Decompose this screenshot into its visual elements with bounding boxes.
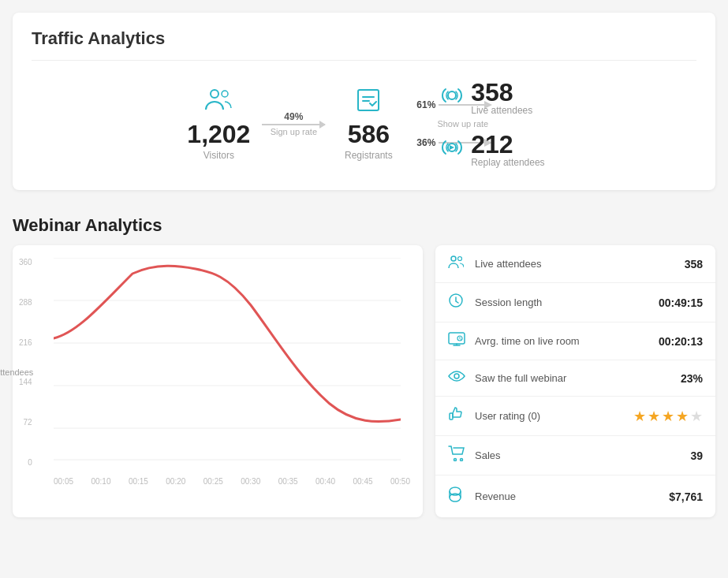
visitors-value: 1,202 bbox=[187, 121, 250, 147]
y-axis-label: No. of attendees bbox=[0, 367, 33, 377]
live-attendees-metric: 358 Live attendees bbox=[441, 80, 544, 116]
stat-session-length: Session length 00:49:15 bbox=[435, 283, 715, 323]
y-72: 72 bbox=[24, 418, 32, 427]
live-icon bbox=[441, 84, 463, 111]
x-0025: 00:25 bbox=[203, 477, 223, 486]
star-1: ★ bbox=[633, 408, 646, 425]
visitors-icon bbox=[204, 88, 233, 117]
live-label: Live attendees bbox=[471, 105, 532, 116]
live-value: 358 bbox=[471, 80, 532, 105]
x-0050: 00:50 bbox=[390, 477, 410, 486]
y-288: 288 bbox=[19, 298, 32, 307]
registrants-value: 586 bbox=[348, 121, 390, 147]
replay-text: 212 Replay attendees bbox=[471, 132, 544, 168]
svg-point-16 bbox=[458, 257, 462, 261]
chart-container: 360 288 216 144 72 0 No. of attendees bbox=[13, 245, 423, 517]
x-0040: 00:40 bbox=[315, 477, 335, 486]
star-3: ★ bbox=[662, 408, 674, 425]
replay-attendees-metric: 212 Replay attendees bbox=[441, 132, 544, 168]
stat-money-icon bbox=[448, 485, 470, 508]
signup-arrow-line bbox=[262, 124, 325, 125]
svg-point-22 bbox=[454, 459, 457, 461]
signup-arrow: 49% Sign up rate bbox=[262, 111, 325, 136]
svg-point-0 bbox=[211, 90, 218, 98]
registrants-metric: 586 Registrants bbox=[333, 88, 404, 161]
y-360: 360 bbox=[19, 258, 32, 267]
star-4: ★ bbox=[676, 408, 689, 425]
stat-monitor-icon bbox=[448, 332, 470, 350]
stat-clock-icon bbox=[448, 293, 470, 312]
showup-rate-label: Show up rate bbox=[437, 119, 488, 129]
star-5: ★ bbox=[690, 408, 703, 425]
stat-user-rating: User rating (0) ★ ★ ★ ★ ★ bbox=[435, 397, 715, 436]
webinar-title: Webinar Analytics bbox=[13, 203, 715, 245]
stat-live-icon bbox=[448, 255, 470, 273]
stat-thumb-icon bbox=[448, 406, 470, 426]
y-144: 144 bbox=[19, 378, 32, 386]
star-2: ★ bbox=[648, 408, 660, 425]
stat-rating-name: User rating (0) bbox=[475, 410, 633, 422]
live-text: 358 Live attendees bbox=[471, 80, 532, 116]
traffic-flow: 1,202 Visitors 49% Sign up rate 586 Regi… bbox=[32, 80, 696, 168]
y-axis: 360 288 216 144 72 0 bbox=[19, 258, 37, 467]
stat-sales: Sales 39 bbox=[435, 436, 715, 475]
x-0010: 00:10 bbox=[91, 477, 110, 486]
y-216: 216 bbox=[19, 338, 32, 347]
stats-table: Live attendees 358 Session length 00:49:… bbox=[435, 245, 715, 517]
y-0: 0 bbox=[28, 458, 32, 467]
svg-point-1 bbox=[222, 91, 228, 97]
stat-avg-value: 00:20:13 bbox=[659, 335, 703, 348]
svg-point-7 bbox=[448, 91, 456, 99]
visitors-metric: 1,202 Visitors bbox=[183, 88, 254, 161]
svg-point-15 bbox=[451, 256, 456, 261]
visitors-label: Visitors bbox=[203, 150, 234, 161]
stat-avg-name: Avrg. time on live room bbox=[475, 335, 659, 347]
stat-sales-name: Sales bbox=[475, 449, 690, 461]
x-0035: 00:35 bbox=[278, 477, 298, 486]
registrants-label: Registrants bbox=[345, 150, 393, 161]
svg-rect-21 bbox=[450, 413, 453, 420]
x-0030: 00:30 bbox=[241, 477, 260, 486]
stat-revenue-name: Revenue bbox=[475, 490, 669, 502]
stat-live-attendees: Live attendees 358 bbox=[435, 245, 715, 283]
chart-svg bbox=[54, 258, 401, 471]
stat-cart-icon bbox=[448, 446, 470, 465]
stat-eye-icon bbox=[448, 370, 470, 386]
traffic-analytics-card: Traffic Analytics 1,202 Visitors 49% Sig… bbox=[13, 13, 715, 190]
stat-session-name: Session length bbox=[475, 296, 659, 308]
x-0020: 00:20 bbox=[166, 477, 185, 486]
x-0045: 00:45 bbox=[353, 477, 373, 486]
stat-full-name: Saw the full webinar bbox=[475, 372, 681, 384]
stat-live-value: 358 bbox=[685, 258, 703, 270]
chart-wrapper: 360 288 216 144 72 0 No. of attendees bbox=[19, 258, 410, 486]
x-0005: 00:05 bbox=[54, 477, 73, 486]
stat-avg-time: Avrg. time on live room 00:20:13 bbox=[435, 323, 715, 360]
star-rating: ★ ★ ★ ★ ★ bbox=[633, 408, 703, 425]
stat-revenue-value: $7,761 bbox=[669, 490, 703, 503]
registrants-icon bbox=[356, 88, 381, 117]
x-0015: 00:15 bbox=[129, 477, 148, 486]
stat-full-webinar: Saw the full webinar 23% bbox=[435, 360, 715, 397]
stat-full-value: 23% bbox=[681, 372, 703, 385]
showup-pct-top: 61% bbox=[410, 99, 435, 110]
traffic-title: Traffic Analytics bbox=[32, 28, 696, 61]
replay-label: Replay attendees bbox=[471, 157, 544, 168]
webinar-section: Webinar Analytics 360 288 216 144 72 0 N… bbox=[13, 203, 715, 517]
webinar-body: 360 288 216 144 72 0 No. of attendees bbox=[13, 245, 715, 517]
replay-icon bbox=[441, 136, 463, 163]
svg-point-20 bbox=[454, 374, 459, 378]
stat-sales-value: 39 bbox=[690, 449, 703, 462]
signup-pct: 49% bbox=[284, 111, 303, 122]
stat-session-value: 00:49:15 bbox=[659, 296, 703, 309]
showup-pct-bottom: 36% bbox=[410, 137, 435, 148]
stat-live-name: Live attendees bbox=[475, 258, 685, 270]
x-axis-labels: 00:05 00:10 00:15 00:20 00:25 00:30 00:3… bbox=[54, 474, 410, 486]
showup-center: Show up rate bbox=[437, 119, 488, 129]
svg-point-23 bbox=[461, 459, 463, 461]
replay-value: 212 bbox=[471, 132, 544, 157]
stat-revenue: Revenue $7,761 bbox=[435, 475, 715, 517]
signup-label: Sign up rate bbox=[271, 127, 317, 136]
